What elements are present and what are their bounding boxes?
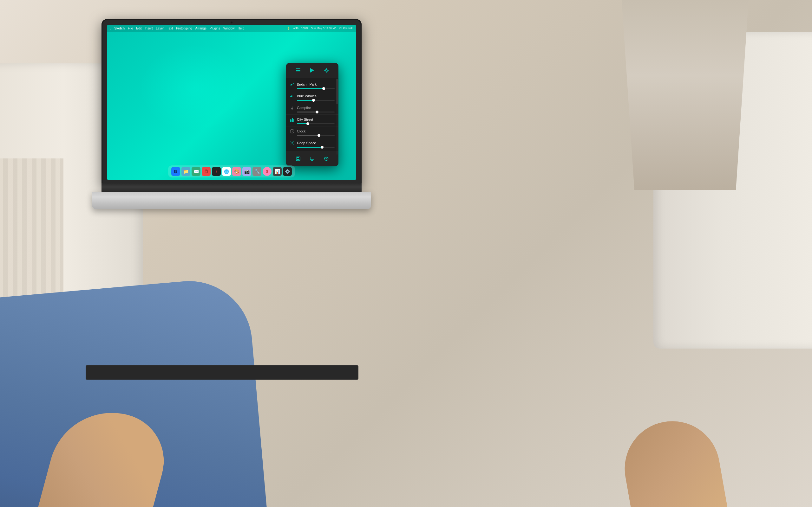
clock-slider-track[interactable] bbox=[297, 135, 335, 136]
city-slider-fill bbox=[297, 123, 308, 124]
clock-icon bbox=[289, 128, 295, 134]
deep-space-label: Deep Space bbox=[297, 141, 316, 145]
user-name: Kit Kremski bbox=[339, 26, 353, 30]
dock-icon-browser[interactable]: 🌐 bbox=[222, 167, 231, 176]
history-button[interactable] bbox=[322, 154, 331, 163]
panel-header bbox=[286, 63, 339, 78]
dock: 🖥 📁 ✉️ 🗓 ♪ 🌐 🎨 📷 🔧 S 📊 ⚙️ bbox=[168, 165, 295, 177]
zoom-level: 100% bbox=[301, 26, 308, 30]
webcam bbox=[231, 21, 233, 23]
dock-icon-files[interactable]: 📁 bbox=[182, 167, 190, 176]
svg-rect-10 bbox=[292, 119, 293, 119]
svg-rect-1 bbox=[296, 70, 300, 71]
cast-button[interactable] bbox=[308, 154, 316, 163]
laptop-base bbox=[92, 192, 371, 209]
insert-menu[interactable]: Insert bbox=[145, 26, 153, 30]
layer-menu[interactable]: Layer bbox=[156, 26, 164, 30]
sound-item-header-birds: Birds in Park bbox=[289, 81, 335, 87]
battery-icon: 🔋 bbox=[287, 26, 290, 30]
dock-icon-extra1[interactable]: 📊 bbox=[273, 167, 282, 176]
svg-point-14 bbox=[291, 141, 291, 142]
birds-icon bbox=[289, 81, 295, 87]
laptop-screen:  Sketch File Edit Insert Layer Text Pro… bbox=[107, 25, 356, 180]
city-slider-track[interactable] bbox=[297, 123, 335, 124]
whales-slider-track[interactable] bbox=[297, 100, 335, 101]
window-menu[interactable]: Window bbox=[223, 26, 235, 30]
campfire-slider-fill bbox=[297, 112, 317, 112]
sound-item-campfire[interactable]: Campfire bbox=[286, 103, 339, 115]
svg-rect-2 bbox=[296, 72, 300, 72]
space-slider-container bbox=[289, 147, 335, 148]
laptop:  Sketch File Edit Insert Layer Text Pro… bbox=[101, 19, 362, 216]
sound-item-birds[interactable]: Birds in Park bbox=[286, 79, 339, 91]
laptop-hinge bbox=[101, 183, 362, 193]
scroll-bar bbox=[337, 78, 338, 155]
whales-slider-fill bbox=[297, 100, 314, 101]
scroll-thumb[interactable] bbox=[337, 78, 338, 104]
campfire-slider-track[interactable] bbox=[297, 112, 335, 112]
svg-point-4 bbox=[325, 69, 327, 71]
birds-slider-track[interactable] bbox=[297, 88, 335, 89]
panel-footer bbox=[286, 151, 339, 166]
sound-item-city[interactable]: City Street bbox=[286, 115, 339, 126]
svg-point-16 bbox=[293, 144, 294, 145]
sound-item-header-clock: Clock bbox=[289, 128, 335, 134]
whales-slider-container bbox=[289, 100, 335, 101]
city-icon bbox=[289, 117, 295, 122]
dock-icon-tools[interactable]: 🔧 bbox=[252, 167, 261, 176]
space-slider-track[interactable] bbox=[297, 147, 335, 148]
sound-item-header-city: City Street bbox=[289, 117, 335, 122]
svg-rect-0 bbox=[296, 68, 300, 69]
save-preset-button[interactable] bbox=[294, 154, 303, 163]
keyboard-area bbox=[86, 365, 358, 380]
svg-rect-5 bbox=[290, 119, 292, 122]
svg-marker-3 bbox=[310, 68, 314, 72]
clock-slider-container bbox=[289, 135, 335, 136]
apple-menu[interactable]:  bbox=[110, 26, 111, 31]
sound-item-deep-space[interactable]: Deep Space bbox=[286, 138, 339, 150]
sound-item-whales[interactable]: Blue Whales bbox=[286, 91, 339, 103]
edit-menu[interactable]: Edit bbox=[136, 26, 142, 30]
svg-rect-22 bbox=[310, 157, 314, 160]
dock-icon-calendar[interactable]: 🗓 bbox=[202, 167, 211, 176]
city-street-label: City Street bbox=[297, 118, 313, 121]
campfire-label: Campfire bbox=[297, 106, 311, 110]
svg-point-17 bbox=[291, 144, 291, 144]
sound-item-clock[interactable]: Clock bbox=[286, 126, 339, 138]
svg-point-15 bbox=[293, 141, 293, 142]
sound-list: Birds in Park bbox=[286, 78, 339, 151]
deep-space-icon bbox=[289, 140, 295, 146]
prototyping-menu[interactable]: Prototyping bbox=[176, 26, 192, 30]
wifi-icon: WiFi bbox=[293, 26, 299, 30]
text-menu[interactable]: Text bbox=[167, 26, 173, 30]
dock-icon-art[interactable]: 🎨 bbox=[232, 167, 241, 176]
screen-highlight bbox=[139, 44, 250, 132]
sound-item-header-space: Deep Space bbox=[289, 140, 335, 146]
svg-rect-7 bbox=[293, 119, 294, 122]
dock-icon-mail[interactable]: ✉️ bbox=[192, 167, 200, 176]
campfire-slider-container bbox=[289, 112, 335, 112]
help-menu[interactable]: Help bbox=[238, 26, 244, 30]
list-view-button[interactable] bbox=[294, 66, 303, 75]
arrange-menu[interactable]: Arrange bbox=[195, 26, 207, 30]
file-menu[interactable]: File bbox=[128, 26, 133, 30]
birds-slider-fill bbox=[297, 88, 324, 89]
city-slider-container bbox=[289, 123, 335, 124]
plugins-menu[interactable]: Plugins bbox=[210, 26, 220, 30]
svg-rect-9 bbox=[291, 119, 292, 120]
dock-icon-music[interactable]: ♪ bbox=[212, 167, 221, 176]
dock-icon-extra2[interactable]: ⚙️ bbox=[283, 167, 292, 176]
clock-slider-fill bbox=[297, 135, 319, 136]
ambient-sound-panel: Birds in Park bbox=[286, 63, 339, 166]
campfire-icon bbox=[289, 105, 295, 111]
settings-button[interactable] bbox=[322, 66, 331, 75]
svg-point-18 bbox=[292, 141, 293, 142]
dock-icon-sketch[interactable]: S bbox=[263, 167, 271, 176]
play-button[interactable] bbox=[308, 66, 316, 75]
dock-icon-finder[interactable]: 🖥 bbox=[171, 167, 180, 176]
dock-icon-photos[interactable]: 📷 bbox=[242, 167, 251, 176]
clock-label: Clock bbox=[297, 129, 306, 133]
app-name-label[interactable]: Sketch bbox=[114, 26, 125, 30]
svg-point-13 bbox=[292, 142, 293, 144]
date-time: Sun May 3 19:54:46 bbox=[311, 26, 337, 30]
